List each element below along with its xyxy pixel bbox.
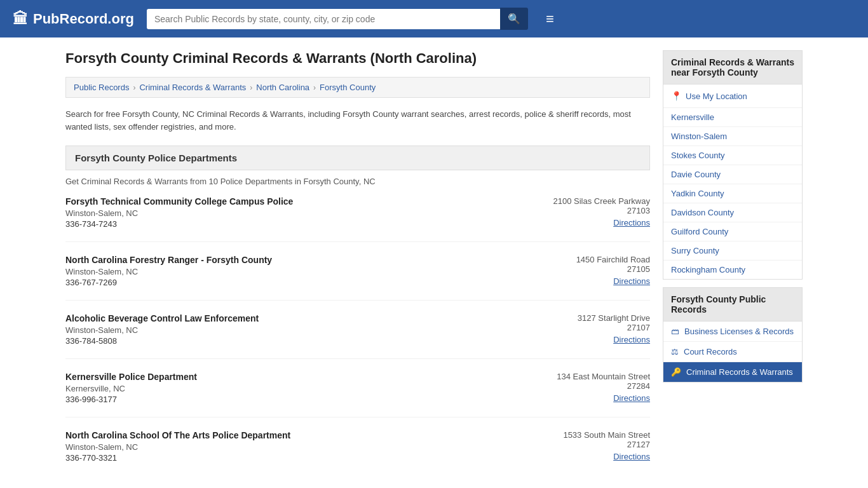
section-header: Forsyth County Police Departments <box>65 146 650 170</box>
dept-address: 1533 South Main Street 27127 Directions <box>523 430 650 463</box>
dept-name: North Carolina School Of The Arts Police… <box>65 430 510 440</box>
section-title: Forsyth County Police Departments <box>75 152 237 163</box>
search-input[interactable] <box>147 9 500 29</box>
dept-address-line1: 1450 Fairchild Road <box>523 255 650 264</box>
location-icon: 📍 <box>671 91 682 101</box>
logo-icon: 🏛 <box>13 10 28 28</box>
sidebar-nearby-link[interactable]: Stokes County <box>663 146 802 165</box>
dept-city: Winston-Salem, NC <box>65 325 510 335</box>
sidebar-public-records-item: 🔑Criminal Records & Warrants <box>663 362 802 382</box>
public-records-icon: 🔑 <box>671 367 681 377</box>
public-records-list: 🗃Business Licenses & Records⚖Court Recor… <box>663 322 802 382</box>
sidebar-nearby-item: Davidson County <box>663 203 802 222</box>
sidebar-nearby-link[interactable]: Kernersville <box>663 108 802 126</box>
dept-item: Alcoholic Beverage Control Law Enforceme… <box>65 313 650 359</box>
sidebar-public-records-section: Forsyth County Public Records 🗃Business … <box>663 287 803 383</box>
header: 🏛 PubRecord.org 🔍 ≡ <box>0 0 868 37</box>
dept-info: Kernersville Police Department Kernersvi… <box>65 372 510 404</box>
dept-info: North Carolina Forestry Ranger - Forsyth… <box>65 255 510 287</box>
dept-item: North Carolina Forestry Ranger - Forsyth… <box>65 255 650 301</box>
dept-address: 1450 Fairchild Road 27105 Directions <box>523 255 650 287</box>
dept-address-line1: 2100 Silas Creek Parkway <box>523 196 650 206</box>
sidebar-nearby-link[interactable]: Guilford County <box>663 222 802 241</box>
sidebar-public-records-item: ⚖Court Records <box>663 342 802 362</box>
search-icon: 🔍 <box>508 13 520 24</box>
directions-link[interactable]: Directions <box>613 452 650 461</box>
page-description: Search for free Forsyth County, NC Crimi… <box>65 108 650 133</box>
dept-address-line2: 27284 <box>523 381 650 391</box>
use-location-label: Use My Location <box>686 92 747 101</box>
dept-address: 3127 Starlight Drive 27107 Directions <box>523 313 650 346</box>
sidebar-nearby-item: Yadkin County <box>663 184 802 203</box>
dept-address-line1: 3127 Starlight Drive <box>523 313 650 323</box>
directions-link[interactable]: Directions <box>613 276 650 286</box>
breadcrumb-sep-1: › <box>133 83 135 92</box>
dept-address: 134 East Mountain Street 27284 Direction… <box>523 372 650 404</box>
dept-address: 2100 Silas Creek Parkway 27103 Direction… <box>523 196 650 229</box>
sidebar-public-records-link[interactable]: 🔑Criminal Records & Warrants <box>663 362 802 382</box>
sidebar: Criminal Records & Warrants near Forsyth… <box>663 50 803 488</box>
breadcrumb-item-criminal-records[interactable]: Criminal Records & Warrants <box>139 83 246 92</box>
sidebar-public-records-item: 🗃Business Licenses & Records <box>663 322 802 342</box>
menu-button[interactable]: ≡ <box>546 11 554 27</box>
dept-address-line2: 27107 <box>523 323 650 332</box>
dept-name: Alcoholic Beverage Control Law Enforceme… <box>65 313 510 323</box>
dept-city: Winston-Salem, NC <box>65 442 510 452</box>
sidebar-nearby-title: Criminal Records & Warrants near Forsyth… <box>663 51 802 85</box>
dept-phone: 336-767-7269 <box>65 278 510 287</box>
public-records-icon: ⚖ <box>671 347 679 356</box>
sidebar-nearby-item: Surry County <box>663 241 802 261</box>
sidebar-public-records-title: Forsyth County Public Records <box>663 288 802 322</box>
breadcrumb-item-north-carolina[interactable]: North Carolina <box>256 83 309 92</box>
sidebar-nearby-item: Winston-Salem <box>663 127 802 146</box>
dept-phone: 336-770-3321 <box>65 453 510 463</box>
sidebar-public-records-link[interactable]: ⚖Court Records <box>663 342 802 362</box>
dept-phone: 336-784-5808 <box>65 336 510 346</box>
sidebar-nearby-link[interactable]: Rockingham County <box>663 261 802 279</box>
sidebar-nearby-item: Guilford County <box>663 222 802 241</box>
public-records-icon: 🗃 <box>671 327 679 336</box>
sidebar-nearby-item: Davie County <box>663 165 802 184</box>
dept-name: Kernersville Police Department <box>65 372 510 382</box>
breadcrumb-item-public-records[interactable]: Public Records <box>74 83 129 92</box>
dept-address-line1: 134 East Mountain Street <box>523 372 650 381</box>
sidebar-nearby-item: Stokes County <box>663 146 802 165</box>
dept-name: North Carolina Forestry Ranger - Forsyth… <box>65 255 510 265</box>
breadcrumb-sep-2: › <box>250 83 252 92</box>
sidebar-public-records-link[interactable]: 🗃Business Licenses & Records <box>663 322 802 341</box>
sidebar-nearby-section: Criminal Records & Warrants near Forsyth… <box>663 50 803 280</box>
dept-item: Forsyth Technical Community College Camp… <box>65 196 650 242</box>
directions-link[interactable]: Directions <box>613 218 650 227</box>
breadcrumb-item-forsyth-county[interactable]: Forsyth County <box>320 83 376 92</box>
use-location-button[interactable]: 📍 Use My Location <box>663 85 802 108</box>
dept-info: North Carolina School Of The Arts Police… <box>65 430 510 463</box>
sidebar-nearby-item: Kernersville <box>663 108 802 127</box>
dept-city: Kernersville, NC <box>65 384 510 393</box>
dept-phone: 336-996-3177 <box>65 395 510 404</box>
directions-link[interactable]: Directions <box>613 393 650 403</box>
dept-item: Kernersville Police Department Kernersvi… <box>65 372 650 417</box>
section-subtitle: Get Criminal Records & Warrants from 10 … <box>65 177 650 186</box>
sidebar-nearby-link[interactable]: Surry County <box>663 241 802 260</box>
sidebar-nearby-link[interactable]: Winston-Salem <box>663 127 802 146</box>
nearby-list: KernersvilleWinston-SalemStokes CountyDa… <box>663 108 802 279</box>
page-title: Forsyth County Criminal Records & Warran… <box>65 50 650 67</box>
dept-address-line2: 27105 <box>523 264 650 274</box>
page-container: Forsyth County Criminal Records & Warran… <box>53 37 815 488</box>
dept-address-line2: 27127 <box>523 440 650 449</box>
directions-link[interactable]: Directions <box>613 335 650 344</box>
sidebar-nearby-link[interactable]: Yadkin County <box>663 184 802 203</box>
dept-item: North Carolina School Of The Arts Police… <box>65 430 650 475</box>
sidebar-nearby-link[interactable]: Davie County <box>663 165 802 184</box>
dept-address-line1: 1533 South Main Street <box>523 430 650 440</box>
sidebar-nearby-item: Rockingham County <box>663 261 802 279</box>
dept-info: Alcoholic Beverage Control Law Enforceme… <box>65 313 510 346</box>
sidebar-nearby-link[interactable]: Davidson County <box>663 203 802 222</box>
departments-list: Forsyth Technical Community College Camp… <box>65 196 650 475</box>
search-bar: 🔍 <box>147 8 528 30</box>
dept-city: Winston-Salem, NC <box>65 208 510 218</box>
dept-city: Winston-Salem, NC <box>65 267 510 276</box>
search-button[interactable]: 🔍 <box>500 8 528 30</box>
logo-text: PubRecord.org <box>33 11 134 27</box>
logo[interactable]: 🏛 PubRecord.org <box>13 10 134 28</box>
